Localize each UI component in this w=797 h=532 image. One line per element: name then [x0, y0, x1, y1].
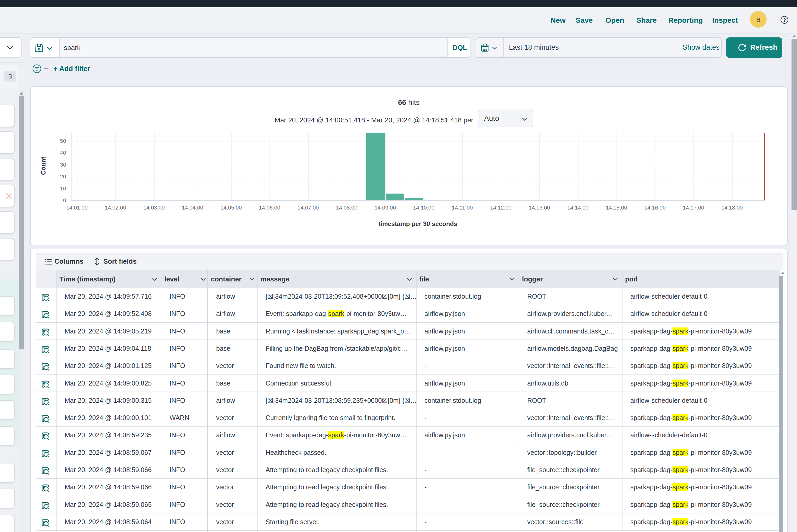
svg-text:?: ?	[783, 17, 786, 23]
